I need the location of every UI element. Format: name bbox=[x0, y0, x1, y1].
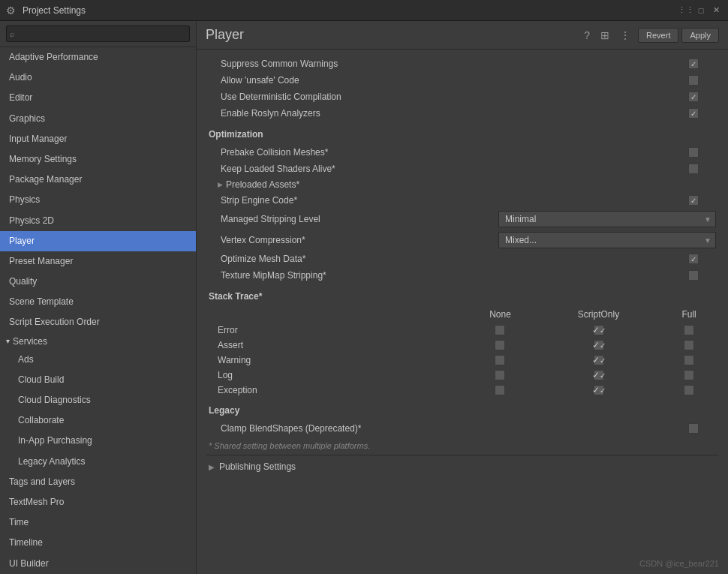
managed-stripping-dropdown[interactable]: Disabled Low Minimal Medium High bbox=[498, 211, 716, 227]
sidebar-item-audio[interactable]: Audio bbox=[0, 68, 196, 88]
content-scroll[interactable]: Suppress Common Warnings Allow 'unsafe' … bbox=[197, 50, 728, 574]
config-section: Suppress Common Warnings Allow 'unsafe' … bbox=[206, 56, 719, 122]
sidebar-item-time[interactable]: Time bbox=[0, 512, 196, 533]
checkbox-scriptonly-exception[interactable]: ✓ bbox=[594, 385, 604, 395]
checkbox-mipmap[interactable] bbox=[688, 270, 699, 281]
stack-row-label: Error bbox=[206, 323, 462, 338]
checkbox-keep-shaders[interactable] bbox=[688, 164, 699, 174]
checkbox-prebake[interactable] bbox=[688, 147, 699, 158]
checkbox-scriptonly-assert[interactable]: ✓ bbox=[594, 340, 604, 350]
sidebar-item-memory-settings[interactable]: Memory Settings bbox=[0, 149, 196, 170]
sidebar-item-textmesh-pro[interactable]: TextMesh Pro bbox=[0, 492, 196, 512]
sidebar-item-cloud-diagnostics[interactable]: Cloud Diagnostics bbox=[0, 390, 196, 410]
sidebar-item-legacy-analytics[interactable]: Legacy Analytics bbox=[0, 452, 196, 472]
checkbox-deterministic[interactable] bbox=[688, 92, 699, 102]
sidebar-item-input-manager[interactable]: Input Manager bbox=[0, 129, 196, 149]
publishing-settings-row[interactable]: ▶ Publishing Settings bbox=[206, 455, 719, 478]
stack-cb-scriptonly[interactable]: ✓ bbox=[538, 323, 659, 338]
title-bar-menu-btn[interactable]: ⋮⋮ bbox=[680, 5, 692, 17]
checkbox-scriptonly-log[interactable]: ✓ bbox=[594, 370, 604, 380]
more-options-button[interactable]: ⋮ bbox=[617, 28, 633, 43]
sidebar-item-editor[interactable]: Editor bbox=[0, 88, 196, 108]
setting-row-stripping-level: Managed Stripping Level Disabled Low Min… bbox=[206, 209, 719, 230]
stack-cb-full[interactable] bbox=[659, 323, 719, 338]
checkbox-clamp[interactable] bbox=[688, 423, 699, 434]
sidebar-item-graphics[interactable]: Graphics bbox=[0, 109, 196, 129]
stack-cb-none[interactable] bbox=[462, 338, 538, 353]
setting-row-optimize-mesh: Optimize Mesh Data* bbox=[206, 251, 719, 267]
stack-cb-none[interactable] bbox=[462, 323, 538, 338]
vertex-compression-dropdown[interactable]: None Mixed... Everything bbox=[498, 232, 716, 248]
stack-cb-full[interactable] bbox=[659, 368, 719, 383]
stack-cb-none[interactable] bbox=[462, 368, 538, 383]
sidebar-item-in-app-purchasing[interactable]: In-App Purchasing bbox=[0, 431, 196, 451]
sidebar-item-collaborate[interactable]: Collaborate bbox=[0, 410, 196, 431]
sidebar-item-timeline[interactable]: Timeline bbox=[0, 533, 196, 553]
checkbox-none-log[interactable] bbox=[495, 370, 505, 380]
checkbox-suppress[interactable] bbox=[688, 59, 699, 69]
help-button[interactable]: ? bbox=[581, 28, 593, 43]
checkbox-scriptonly-warning[interactable]: ✓ bbox=[594, 355, 604, 365]
stack-cb-none[interactable] bbox=[462, 353, 538, 368]
stack-cb-scriptonly[interactable]: ✓ bbox=[538, 338, 659, 353]
settings-icon-button[interactable]: ⊞ bbox=[597, 28, 612, 43]
checkbox-optimize-mesh[interactable] bbox=[688, 254, 699, 264]
search-icon: ⌕ bbox=[10, 29, 15, 38]
title-bar-restore-btn[interactable]: □ bbox=[695, 5, 707, 17]
sidebar-item-ui-builder[interactable]: UI Builder bbox=[0, 554, 196, 574]
stack-cb-scriptonly[interactable]: ✓ bbox=[538, 383, 659, 398]
sidebar-item-scene-template[interactable]: Scene Template bbox=[0, 292, 196, 312]
checkbox-full-exception[interactable] bbox=[684, 385, 694, 395]
sidebar-item-physics[interactable]: Physics bbox=[0, 190, 196, 210]
sidebar-item-label: Quality bbox=[9, 276, 37, 287]
col-header-none: None bbox=[462, 306, 538, 323]
checkbox-none-error[interactable] bbox=[495, 325, 505, 335]
sidebar-item-quality[interactable]: Quality bbox=[0, 272, 196, 292]
setting-row-deterministic: Use Deterministic Compilation bbox=[206, 89, 719, 105]
stack-trace-header: Stack Trace* bbox=[206, 291, 719, 302]
revert-apply-group: Revert Apply bbox=[638, 28, 719, 43]
legacy-header: Legacy bbox=[206, 405, 719, 416]
sidebar-item-label: Physics bbox=[9, 194, 40, 205]
checkbox-none-exception[interactable] bbox=[495, 385, 505, 395]
stack-row-label: Log bbox=[206, 368, 462, 383]
optimization-header: Optimization bbox=[206, 129, 719, 140]
stack-cb-full[interactable] bbox=[659, 353, 719, 368]
sidebar-item-player[interactable]: Player bbox=[0, 231, 196, 251]
checkbox-roslyn[interactable] bbox=[688, 108, 699, 119]
stack-cb-full[interactable] bbox=[659, 383, 719, 398]
checkbox-full-error[interactable] bbox=[684, 325, 694, 335]
stack-cb-full[interactable] bbox=[659, 338, 719, 353]
stack-cb-scriptonly[interactable]: ✓ bbox=[538, 368, 659, 383]
checkbox-none-warning[interactable] bbox=[495, 355, 505, 365]
sidebar-item-preset-manager[interactable]: Preset Manager bbox=[0, 251, 196, 272]
sidebar-item-package-manager[interactable]: Package Manager bbox=[0, 170, 196, 190]
checkbox-full-assert[interactable] bbox=[684, 340, 694, 350]
setting-row-prebake: Prebake Collision Meshes* bbox=[206, 144, 719, 161]
checkbox-full-log[interactable] bbox=[684, 370, 694, 380]
checkbox-unsafe[interactable] bbox=[688, 75, 699, 86]
sidebar-item-ads[interactable]: Ads bbox=[0, 350, 196, 370]
stack-row-label: Assert bbox=[206, 338, 462, 353]
footer-note: * Shared setting between multiple platfo… bbox=[206, 437, 719, 455]
sidebar-item-label: UI Builder bbox=[9, 558, 49, 569]
checkbox-full-warning[interactable] bbox=[684, 355, 694, 365]
revert-button[interactable]: Revert bbox=[638, 28, 678, 43]
checkbox-strip-engine[interactable] bbox=[688, 195, 699, 206]
search-input[interactable] bbox=[6, 26, 190, 42]
apply-button[interactable]: Apply bbox=[681, 28, 719, 43]
sidebar-section-services[interactable]: ▾Services bbox=[0, 333, 196, 350]
sidebar-item-cloud-build[interactable]: Cloud Build bbox=[0, 370, 196, 390]
title-bar-close-btn[interactable]: ✕ bbox=[710, 5, 722, 17]
sidebar-item-adaptive-performance[interactable]: Adaptive Performance bbox=[0, 47, 196, 68]
checkbox-scriptonly-error[interactable]: ✓ bbox=[594, 325, 604, 335]
sidebar-item-tags-and-layers[interactable]: Tags and Layers bbox=[0, 472, 196, 492]
setting-row-vertex-compression: Vertex Compression* None Mixed... Everyt… bbox=[206, 230, 719, 251]
stack-cb-none[interactable] bbox=[462, 383, 538, 398]
sidebar-item-physics-2d[interactable]: Physics 2D bbox=[0, 211, 196, 231]
setting-label-keep-shaders: Keep Loaded Shaders Alive* bbox=[209, 164, 671, 174]
sidebar-item-script-execution-order[interactable]: Script Execution Order bbox=[0, 312, 196, 332]
setting-label-suppress: Suppress Common Warnings bbox=[209, 59, 671, 69]
checkbox-none-assert[interactable] bbox=[495, 340, 505, 350]
stack-cb-scriptonly[interactable]: ✓ bbox=[538, 353, 659, 368]
